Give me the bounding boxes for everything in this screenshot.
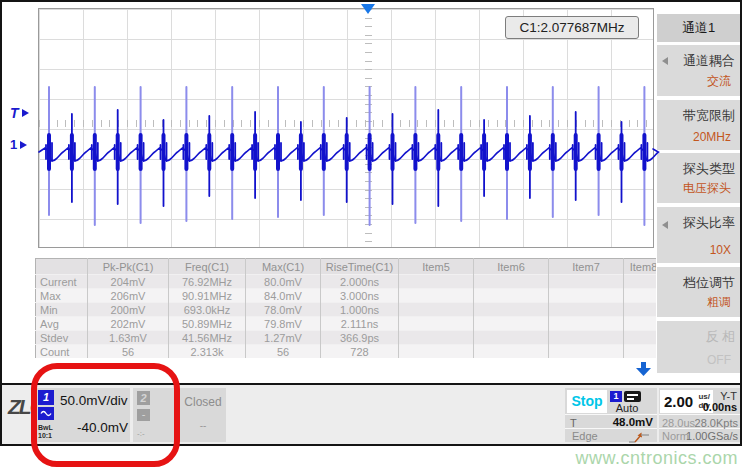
- submenu-left-arrow-icon: [662, 221, 668, 229]
- memory-depth: 28.0Kpts: [695, 417, 738, 429]
- trigger-delay: 0.00ns: [703, 401, 737, 413]
- value-cell: [549, 289, 624, 303]
- right-arrow-icon: [22, 109, 29, 117]
- ac-coupling-icon: [38, 407, 54, 420]
- value-cell: [549, 275, 624, 289]
- row-label-cell: Avg: [36, 317, 88, 331]
- value-cell: [624, 275, 657, 289]
- scroll-down-button[interactable]: [636, 362, 651, 380]
- menu-item-gear-adjust[interactable]: 档位调节 粗调: [657, 267, 740, 317]
- oscilloscope-screen: T 1 C1:2.077687MHz Pk-Pk(C1)Freq(C1)Max(…: [0, 0, 742, 471]
- table-row: Max206mV90.91MHz84.0mV3.000ns: [36, 289, 657, 303]
- menu-label: 探头类型: [683, 160, 735, 178]
- table-row: Avg202mV50.89MHz79.8mV2.111ns: [36, 317, 657, 331]
- acquisition-state: Stop: [567, 390, 607, 413]
- value-cell: 366.9ps: [321, 331, 399, 345]
- channel2-closed-box[interactable]: Closed --: [180, 388, 226, 442]
- channel2-status-box[interactable]: 2 - -:-: [133, 388, 178, 442]
- value-cell: 200mV: [88, 303, 169, 317]
- table-row: Count562.313k56728: [36, 345, 657, 359]
- channel2-time-label: -:-: [137, 429, 145, 438]
- table-header-cell: Item5: [399, 259, 474, 275]
- channel1-scale: 50.0mV/div: [60, 393, 128, 408]
- row-label-cell: Stdev: [36, 331, 88, 345]
- rising-edge-icon: [627, 430, 651, 448]
- trigger-mode: Auto: [609, 402, 645, 414]
- row-label-cell: Count: [36, 345, 88, 359]
- table-header-cell: Item6: [474, 259, 549, 275]
- channel2-status-text: Closed: [180, 395, 226, 409]
- table-header-cell: Item8: [624, 259, 657, 275]
- value-cell: 2.111ns: [321, 317, 399, 331]
- menu-label: 档位调节: [683, 274, 735, 292]
- menu-item-invert: 反 相 OFF: [657, 321, 740, 373]
- trigger-status-box[interactable]: Stop 1 Auto T 48.0mV Edge: [565, 388, 657, 442]
- trigger-level-marker[interactable]: T: [10, 105, 29, 121]
- value-cell: [549, 303, 624, 317]
- probe-ratio-text: 10:1: [38, 432, 53, 440]
- value-cell: 1.27mV: [246, 331, 321, 345]
- status-bar: ZLG® 1 BwL 10:1 50.0mV/div -40.0mV 2 - -…: [2, 383, 740, 444]
- channel1-offset: -40.0mV: [77, 420, 128, 435]
- value-cell: [624, 317, 657, 331]
- value-cell: [624, 289, 657, 303]
- divider: [565, 428, 657, 429]
- trigger-level-label: T: [10, 105, 19, 121]
- menu-value: 粗调: [707, 294, 731, 311]
- trigger-position-icon[interactable]: [361, 4, 375, 14]
- value-cell: [474, 317, 549, 331]
- timebase-status-box[interactable]: 2.00 us/ div Y-T 0.00ns 28.0us 28.0Kpts …: [659, 388, 740, 442]
- value-cell: [474, 289, 549, 303]
- table-header-cell: [36, 259, 88, 275]
- value-cell: 1.000ns: [321, 303, 399, 317]
- value-cell: [474, 275, 549, 289]
- value-cell: 206mV: [88, 289, 169, 303]
- table-header-cell: Freq(C1): [169, 259, 246, 275]
- trigger-source-badges: 1: [610, 391, 641, 402]
- frequency-readout: C1:2.077687MHz: [505, 16, 639, 39]
- value-cell: 204mV: [88, 275, 169, 289]
- value-cell: [549, 345, 624, 359]
- value-cell: 1.63mV: [88, 331, 169, 345]
- menu-value: 交流: [707, 73, 731, 90]
- table-header-cell: RiseTime(C1): [321, 259, 399, 275]
- value-cell: 2.313k: [169, 345, 246, 359]
- bw-limit-text: BwL: [38, 424, 53, 432]
- channel2-dash-badge: -: [137, 409, 150, 421]
- acquire-mode: Norm: [662, 430, 689, 442]
- value-cell: [399, 331, 474, 345]
- channel1-status-box[interactable]: 1 BwL 10:1 50.0mV/div -40.0mV: [35, 388, 130, 442]
- value-cell: [399, 289, 474, 303]
- table-header-row: Pk-Pk(C1)Freq(C1)Max(C1)RiseTime(C1)Item…: [36, 259, 657, 275]
- channel1-trace: [39, 9, 653, 247]
- menu-item-probe-ratio[interactable]: 探头比率 10X: [657, 207, 740, 263]
- value-cell: 50.89MHz: [169, 317, 246, 331]
- menu-value: 电压探头: [683, 180, 731, 197]
- value-cell: 728: [321, 345, 399, 359]
- value-cell: 41.56MHz: [169, 331, 246, 345]
- menu-label: 探头比率: [683, 214, 735, 232]
- table-header-cell: Max(C1): [246, 259, 321, 275]
- value-cell: [624, 345, 657, 359]
- row-label-cell: Min: [36, 303, 88, 317]
- menu-item-coupling[interactable]: 通道耦合 交流: [657, 45, 740, 96]
- timebase-scale: 2.00: [664, 393, 693, 410]
- row-label-cell: Current: [36, 275, 88, 289]
- table-row: Stdev1.63mV41.56MHz1.27mV366.9ps: [36, 331, 657, 345]
- value-cell: 56: [246, 345, 321, 359]
- table-row: Current204mV76.92MHz80.0mV2.000ns: [36, 275, 657, 289]
- menu-item-bandwidth[interactable]: 带宽限制 20MHz: [657, 100, 740, 150]
- down-arrow-icon: [636, 362, 651, 376]
- menu-item-probe-type[interactable]: 探头类型 电压探头: [657, 153, 740, 203]
- menu-value: OFF: [707, 353, 731, 367]
- channel1-position-marker[interactable]: 1: [10, 137, 27, 152]
- value-cell: 56: [88, 345, 169, 359]
- value-cell: [399, 303, 474, 317]
- value-cell: [474, 303, 549, 317]
- menu-label: 带宽限制: [683, 107, 735, 125]
- submenu-left-arrow-icon: [662, 57, 668, 65]
- time-window: 28.0us: [662, 417, 695, 429]
- bandwidth-ratio-label: BwL 10:1: [38, 424, 53, 439]
- channel1-marker-label: 1: [10, 137, 17, 152]
- measurement-table: Pk-Pk(C1)Freq(C1)Max(C1)RiseTime(C1)Item…: [35, 258, 656, 358]
